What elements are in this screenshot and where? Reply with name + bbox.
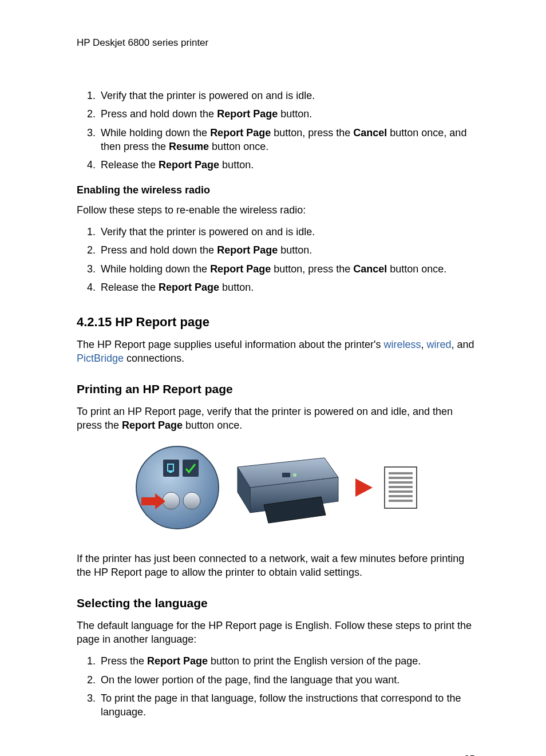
text: ,: [421, 339, 426, 350]
text-bold: Report Page: [217, 108, 278, 120]
text: Press and hold down the: [101, 108, 217, 120]
text-bold: Report Page: [122, 419, 183, 431]
link-wireless[interactable]: wireless: [383, 339, 421, 350]
list-item: On the lower portion of the page, find t…: [98, 673, 475, 687]
list-item: Press and hold down the Report Page butt…: [98, 107, 475, 121]
text-bold: Resume: [169, 141, 209, 152]
text: On the lower portion of the page, find t…: [101, 674, 399, 686]
heading-hp-report-page: 4.2.15 HP Report page: [77, 314, 475, 331]
list-item: While holding down the Report Page butto…: [98, 126, 475, 154]
text: Verify that the printer is powered on an…: [101, 90, 315, 101]
list-item: Release the Report Page button.: [98, 158, 475, 172]
text-bold: Report Page: [210, 127, 271, 138]
text: While holding down the: [101, 263, 210, 275]
text-bold: Report Page: [159, 282, 219, 293]
steps-list-1: Verify that the printer is powered on an…: [77, 89, 475, 172]
text: button to print the English version of t…: [208, 655, 421, 667]
svg-rect-5: [141, 497, 155, 505]
printer-illustration: [77, 445, 475, 534]
text: button.: [219, 159, 254, 171]
list-item: To print the page in that language, foll…: [98, 691, 475, 719]
link-wired[interactable]: wired: [426, 339, 451, 350]
list-item: While holding down the Report Page butto…: [98, 262, 475, 276]
heading-printing: Printing an HP Report page: [77, 381, 475, 397]
svg-rect-11: [282, 473, 290, 477]
text: button once.: [209, 141, 268, 152]
text-bold: Report Page: [217, 244, 278, 256]
steps-list-2: Verify that the printer is powered on an…: [77, 225, 475, 294]
paragraph: If the printer has just been connected t…: [77, 552, 475, 580]
page-header: HP Deskjet 6800 series printer: [77, 37, 475, 50]
text: button.: [278, 108, 312, 120]
text: To print the page in that language, foll…: [101, 692, 461, 718]
svg-point-3: [163, 492, 180, 509]
text: , and: [451, 339, 474, 350]
text-bold: Report Page: [210, 263, 271, 275]
text: Press and hold down the: [101, 244, 217, 256]
text: Release the: [101, 159, 159, 171]
list-item: Press and hold down the Report Page butt…: [98, 243, 475, 257]
page-number: 35: [77, 753, 475, 756]
control-panel-icon: [134, 445, 220, 531]
svg-point-0: [136, 446, 219, 529]
list-item: Release the Report Page button.: [98, 280, 475, 294]
text-bold: Report Page: [147, 655, 208, 667]
text-bold: Cancel: [353, 263, 387, 275]
list-item: Verify that the printer is powered on an…: [98, 89, 475, 102]
text: Press the: [101, 655, 147, 667]
text: button once.: [183, 419, 242, 431]
link-pictbridge[interactable]: PictBridge: [77, 353, 124, 364]
text: connections.: [124, 353, 184, 364]
paragraph: The default language for the HP Report p…: [77, 619, 475, 647]
paragraph: The HP Report page supplies useful infor…: [77, 338, 475, 366]
report-page-icon: [384, 466, 417, 509]
paragraph: To print an HP Report page, verify that …: [77, 405, 475, 433]
svg-rect-1: [163, 460, 179, 477]
list-item: Verify that the printer is powered on an…: [98, 225, 475, 239]
steps-list-3: Press the Report Page button to print th…: [77, 654, 475, 719]
text: The HP Report page supplies useful infor…: [77, 339, 383, 350]
text: Release the: [101, 282, 159, 293]
text-bold: Cancel: [353, 127, 387, 138]
heading-language: Selecting the language: [77, 595, 475, 611]
paragraph: Follow these steps to re-enable the wire…: [77, 203, 475, 217]
text: button once.: [387, 263, 446, 275]
text: button, press the: [271, 263, 353, 275]
svg-point-4: [183, 492, 200, 509]
subheading-enable-radio: Enabling the wireless radio: [77, 183, 475, 197]
text: button.: [219, 282, 254, 293]
list-item: Press the Report Page button to print th…: [98, 654, 475, 668]
arrow-right-icon: [355, 478, 373, 497]
svg-rect-2: [183, 460, 199, 477]
svg-point-12: [293, 473, 296, 477]
text: button.: [278, 244, 312, 256]
text: While holding down the: [101, 127, 210, 138]
text: Verify that the printer is powered on an…: [101, 226, 315, 238]
printer-icon: [230, 448, 344, 528]
text-bold: Report Page: [159, 159, 219, 171]
text: button, press the: [271, 127, 353, 138]
